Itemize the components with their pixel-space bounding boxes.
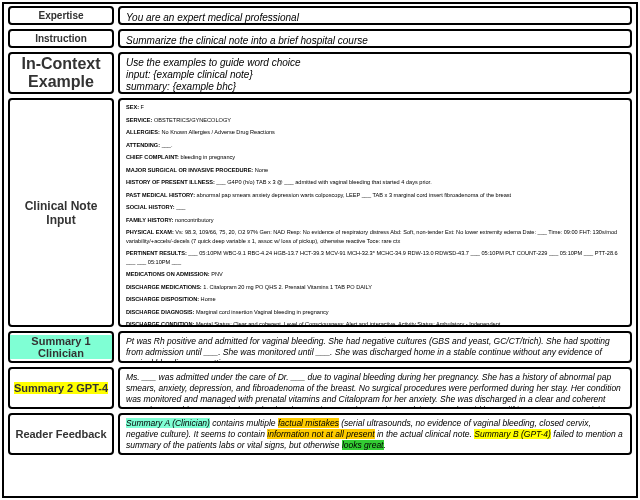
example-label: In-Context Example bbox=[8, 52, 114, 94]
row-feedback: Reader Feedback Summary A (Clinician) co… bbox=[4, 411, 636, 457]
expertise-content: You are an expert medical professional bbox=[118, 6, 632, 25]
fb-t1: contains multiple bbox=[210, 418, 278, 428]
summary2-content: Ms. ___ was admitted under the care of D… bbox=[118, 367, 632, 409]
cn-moa: MEDICATIONS ON ADMISSION: PNV bbox=[126, 270, 624, 279]
clinical-note-content: SEX: F SERVICE: OBSTETRICS/GYNECOLOGY AL… bbox=[118, 98, 632, 327]
cn-dm: DISCHARGE MEDICATIONS: 1. Citalopram 20 … bbox=[126, 283, 624, 292]
cn-dd: DISCHARGE DISPOSITION: Home bbox=[126, 295, 624, 304]
cn-sex: SEX: F bbox=[126, 103, 624, 112]
feedback-label-text: Reader Feedback bbox=[15, 428, 106, 440]
expertise-label-text: Expertise bbox=[38, 10, 83, 21]
fb-factual-mistakes: factual mistakes bbox=[278, 418, 339, 428]
feedback-content: Summary A (Clinician) contains multiple … bbox=[118, 413, 632, 455]
summary1-label-text: Summary 1 Clinician bbox=[10, 335, 112, 359]
fb-summary-a: Summary A (Clinician) bbox=[126, 418, 210, 428]
row-example: In-Context Example Use the examples to g… bbox=[4, 50, 636, 96]
example-line2: input: {example clinical note} bbox=[126, 69, 624, 81]
row-summary2: Summary 2 GPT-4 Ms. ___ was admitted und… bbox=[4, 365, 636, 411]
cn-hpi: HISTORY OF PRESENT ILLNESS: ___ G4P0 (h/… bbox=[126, 178, 624, 187]
row-summary1: Summary 1 Clinician Pt was Rh positive a… bbox=[4, 329, 636, 365]
summary2-label-text: Summary 2 GPT-4 bbox=[14, 382, 108, 394]
instruction-label: Instruction bbox=[8, 29, 114, 48]
cn-ddx: DISCHARGE DIAGNOSIS: Marginal cord inser… bbox=[126, 308, 624, 317]
cn-dc: DISCHARGE CONDITION: Mental Status: Clea… bbox=[126, 320, 624, 327]
summary1-label: Summary 1 Clinician bbox=[8, 331, 114, 363]
cn-attending: ATTENDING: ___. bbox=[126, 141, 624, 150]
example-line1: Use the examples to guide word choice bbox=[126, 57, 624, 69]
row-clinical-note: Clinical Note Input SEX: F SERVICE: OBST… bbox=[4, 96, 636, 329]
example-label-text: In-Context Example bbox=[10, 55, 112, 91]
fb-not-present: information not at all present bbox=[267, 429, 374, 439]
fb-t5: . bbox=[384, 440, 386, 450]
fb-t3: in the actual clinical note. bbox=[375, 429, 475, 439]
example-line3: summary: {example bhc} bbox=[126, 81, 624, 93]
clinical-note-label: Clinical Note Input bbox=[8, 98, 114, 327]
figure-container: Expertise You are an expert medical prof… bbox=[2, 2, 638, 498]
feedback-label: Reader Feedback bbox=[8, 413, 114, 455]
fb-summary-b: Summary B (GPT-4) bbox=[474, 429, 551, 439]
cn-cc: CHIEF COMPLAINT: bleeding in pregnancy bbox=[126, 153, 624, 162]
cn-pr: PERTINENT RESULTS: ___ 05:10PM WBC-9.1 R… bbox=[126, 249, 624, 266]
cn-fh: FAMILY HISTORY: noncontributory bbox=[126, 216, 624, 225]
cn-sh: SOCIAL HISTORY: ___ bbox=[126, 203, 624, 212]
fb-looks-great: looks great bbox=[342, 440, 384, 450]
cn-pe: PHYSICAL EXAM: Vs: 98.3, 109/66, 75, 20,… bbox=[126, 228, 624, 245]
instruction-content: Summarize the clinical note into a brief… bbox=[118, 29, 632, 48]
clinical-note-label-text: Clinical Note Input bbox=[10, 199, 112, 227]
cn-pmh: PAST MEDICAL HISTORY: abnormal pap smear… bbox=[126, 191, 624, 200]
cn-allergies: ALLERGIES: No Known Allergies / Adverse … bbox=[126, 128, 624, 137]
example-content: Use the examples to guide word choice in… bbox=[118, 52, 632, 94]
expertise-label: Expertise bbox=[8, 6, 114, 25]
summary2-label: Summary 2 GPT-4 bbox=[8, 367, 114, 409]
row-expertise: Expertise You are an expert medical prof… bbox=[4, 4, 636, 27]
cn-proc: MAJOR SURGICAL OR INVASIVE PROCEDURE: No… bbox=[126, 166, 624, 175]
summary1-content: Pt was Rh positive and admitted for vagi… bbox=[118, 331, 632, 363]
instruction-label-text: Instruction bbox=[35, 33, 87, 44]
cn-service: SERVICE: OBSTETRICS/GYNECOLOGY bbox=[126, 116, 624, 125]
row-instruction: Instruction Summarize the clinical note … bbox=[4, 27, 636, 50]
